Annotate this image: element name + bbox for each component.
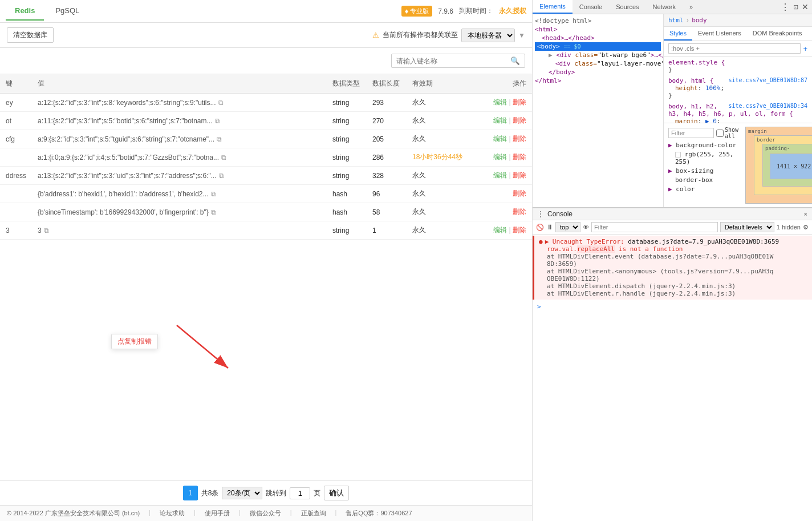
computed-expand-icon[interactable]: ▶ bbox=[668, 142, 672, 149]
verify-link[interactable]: 正版查询 bbox=[301, 509, 326, 518]
tab-redis[interactable]: Redis bbox=[6, 2, 44, 21]
computed-box-sizing-icon[interactable]: ▶ bbox=[668, 167, 672, 175]
copy-icon[interactable]: ⧉ bbox=[217, 135, 222, 143]
subtab-dom-breakpoints[interactable]: DOM Breakpoints bbox=[747, 27, 808, 41]
box-content-size: 1411 × 922 bbox=[777, 163, 811, 169]
style-link-1[interactable]: site.css?ve_OBE01W8D:87 bbox=[729, 77, 807, 84]
devtools-dock-icon[interactable]: ⊡ bbox=[793, 3, 798, 11]
breadcrumb-body[interactable]: body bbox=[692, 17, 707, 24]
delete-button[interactable]: 删除 bbox=[513, 116, 526, 124]
tree-line-div2: <div class="layui-layer-move"></div> bbox=[535, 59, 661, 68]
cell-type: hash bbox=[327, 185, 367, 203]
console-pause-icon[interactable]: ⏸ bbox=[546, 223, 553, 231]
page-jump-input[interactable] bbox=[290, 487, 310, 499]
left-panel: Redis PgSQL ♦ 专业版 7.9.6 到期时间： 永久授权 清空数据库… bbox=[0, 0, 533, 521]
error-detail: row.val.replaceAll is not a function at … bbox=[539, 245, 807, 297]
copy-icon[interactable]: ⧉ bbox=[211, 208, 216, 216]
cell-value: a:1:{i:0;a:9:{s:2:"id";i:4;s:5:"botid";s… bbox=[32, 148, 327, 167]
computed-section: Show all ▶ background-color rgb(255, 255 bbox=[668, 127, 738, 195]
console-settings-icon[interactable]: ⚙ bbox=[803, 224, 809, 231]
delete-button[interactable]: 删除 bbox=[513, 189, 526, 197]
style-link-2[interactable]: site.css?ve_OBE01W8D:34 bbox=[729, 103, 807, 110]
computed-bg-color-value-row: rgb(255, 255, 255) bbox=[668, 151, 738, 165]
console-drag-icon[interactable]: ⋮ bbox=[537, 210, 544, 218]
cell-expire: 永久 bbox=[407, 94, 475, 112]
edit-button[interactable]: 编辑 bbox=[493, 116, 507, 124]
search-button[interactable]: 🔍 bbox=[506, 54, 525, 67]
console-context-select[interactable]: top bbox=[555, 222, 580, 232]
cell-value: a:12:{s:2:"id";s:3:"int";s:8:"keywords";… bbox=[32, 94, 327, 112]
edit-button[interactable]: 编辑 bbox=[493, 135, 507, 143]
forum-link[interactable]: 论坛求助 bbox=[160, 509, 185, 518]
box-border-layer: border – padding- 1411 × 922 bbox=[754, 135, 812, 195]
devtools-close-icon[interactable]: ✕ bbox=[802, 2, 809, 11]
delete-button[interactable]: 删除 bbox=[513, 98, 526, 106]
breadcrumb-html[interactable]: html bbox=[668, 17, 684, 24]
clear-db-button[interactable]: 清空数据库 bbox=[7, 27, 54, 43]
copy-icon[interactable]: ⧉ bbox=[221, 154, 226, 161]
cell-key bbox=[0, 203, 32, 221]
copy-icon[interactable]: ⧉ bbox=[219, 172, 224, 180]
devtools-tab-console[interactable]: Console bbox=[573, 1, 609, 13]
delete-button[interactable]: 删除 bbox=[513, 208, 526, 216]
devtools-settings-icon[interactable]: ⋮ bbox=[781, 2, 790, 13]
console-filter-input[interactable] bbox=[591, 222, 718, 232]
copy-icon[interactable]: ⧉ bbox=[44, 227, 49, 235]
error-line-2: row.val.replaceAll is not a function bbox=[547, 245, 807, 253]
edit-button[interactable]: 编辑 bbox=[493, 98, 507, 106]
wechat-link[interactable]: 微信公众号 bbox=[250, 509, 281, 518]
per-page-select[interactable]: 20条/页 bbox=[222, 487, 262, 499]
devtools-tab-sources[interactable]: Sources bbox=[609, 1, 645, 13]
table-row: ddressa:13:{s:2:"id";s:3:"int";s:3:"uid"… bbox=[0, 167, 532, 185]
error-expand-icon[interactable]: ● bbox=[539, 238, 543, 245]
computed-filter-input[interactable] bbox=[668, 128, 714, 138]
show-all-label: Show all bbox=[716, 127, 738, 139]
prop-margin: margin: ▶ 0; bbox=[668, 118, 807, 123]
tab-pgsql[interactable]: PgSQL bbox=[46, 2, 88, 21]
styles-filter-input[interactable] bbox=[668, 43, 801, 54]
selector-continued: h3, h4, h5, h6, p, ul, ol, form { bbox=[668, 110, 807, 118]
console-clear-icon[interactable]: 🚫 bbox=[536, 224, 544, 231]
cell-length: 293 bbox=[367, 94, 407, 112]
col-header-expire: 有效期 bbox=[407, 74, 475, 94]
console-eye-icon[interactable]: 👁 bbox=[583, 224, 589, 231]
search-input[interactable] bbox=[392, 55, 506, 67]
delete-button[interactable]: 删除 bbox=[513, 153, 526, 161]
show-all-checkbox[interactable] bbox=[716, 130, 724, 137]
search-container: 🔍 bbox=[391, 54, 525, 68]
edit-button[interactable]: 编辑 bbox=[493, 226, 507, 234]
delete-button[interactable]: 删除 bbox=[513, 135, 526, 143]
subtab-event-listeners[interactable]: Event Listeners bbox=[692, 27, 747, 41]
devtools-tab-network[interactable]: Network bbox=[646, 1, 683, 13]
confirm-button[interactable]: 确认 bbox=[324, 486, 349, 500]
cell-value: a:13:{s:2:"id";s:3:"int";s:3:"uid";s:3:"… bbox=[32, 167, 327, 185]
delete-button[interactable]: 删除 bbox=[513, 226, 526, 234]
page-1-button[interactable]: 1 bbox=[183, 486, 198, 500]
elements-content: <!doctype html> <html> <head>…</head> <b… bbox=[533, 14, 812, 207]
copy-icon[interactable]: ⧉ bbox=[215, 117, 220, 125]
subtab-styles[interactable]: Styles bbox=[664, 27, 692, 41]
computed-color-icon[interactable]: ▶ bbox=[668, 185, 672, 193]
edit-button[interactable]: 编辑 bbox=[493, 153, 507, 161]
table-row: eya:12:{s:2:"id";s:3:"int";s:8:"keywords… bbox=[0, 94, 532, 112]
console-close-icon[interactable]: × bbox=[804, 211, 807, 217]
table-row: {b'address1': b'hexid1', b'hexid1': b'ad… bbox=[0, 185, 532, 203]
devtools-tab-more[interactable]: » bbox=[683, 1, 700, 13]
qq-link[interactable]: 售后QQ群：907340627 bbox=[346, 509, 412, 518]
copy-icon[interactable]: ⧉ bbox=[218, 99, 224, 107]
delete-button[interactable]: 删除 bbox=[513, 171, 526, 179]
edit-button[interactable]: 编辑 bbox=[493, 171, 507, 179]
devtools-tab-elements[interactable]: Elements bbox=[533, 0, 573, 14]
subtab-properties[interactable]: Properties bbox=[808, 27, 812, 41]
dropdown-icon[interactable]: ▼ bbox=[518, 31, 525, 39]
add-style-icon[interactable]: + bbox=[803, 45, 807, 53]
console-level-select[interactable]: Default levels bbox=[720, 222, 774, 232]
cell-ops: 删除 bbox=[475, 185, 532, 203]
console-prompt[interactable]: > bbox=[537, 303, 541, 310]
copy-icon[interactable]: ⧉ bbox=[211, 190, 216, 198]
server-select[interactable]: 本地服务器 bbox=[461, 29, 515, 42]
tree-line-body[interactable]: <body> == $0 bbox=[535, 42, 661, 51]
cell-expire: 永久 bbox=[407, 112, 475, 130]
manual-link[interactable]: 使用手册 bbox=[205, 509, 230, 518]
console-hidden-count: 1 hidden bbox=[777, 224, 801, 231]
